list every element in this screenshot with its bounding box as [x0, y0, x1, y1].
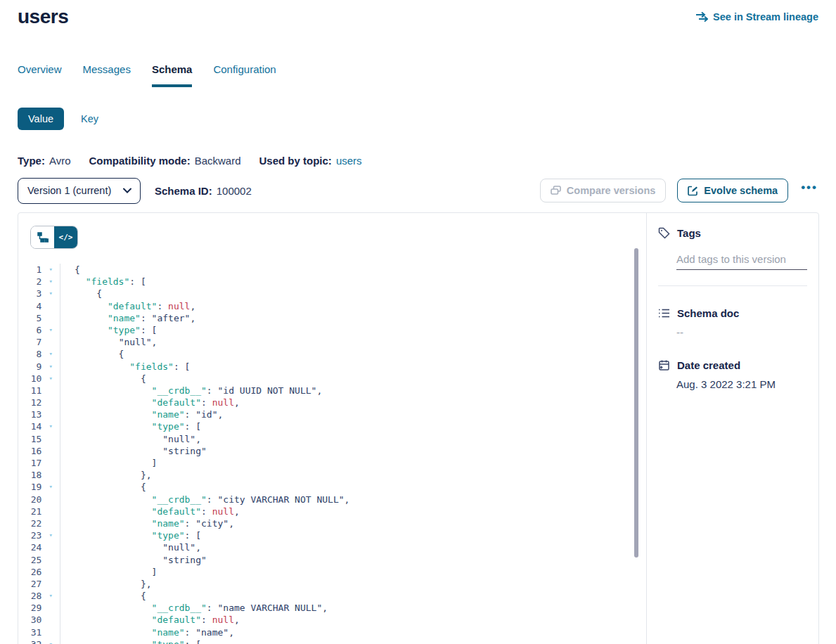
fold-toggle-icon[interactable]: ▾ — [41, 324, 60, 336]
fold-cell-empty — [41, 312, 60, 324]
tab-configuration[interactable]: Configuration — [213, 63, 276, 87]
gutter-row: 5 — [18, 312, 60, 324]
line-number: 30 — [18, 614, 41, 626]
code-line: { — [75, 481, 646, 493]
schema-sidebar: Tags Schema doc -- — [646, 213, 818, 644]
schema-subject-toggle: Value Key — [18, 108, 98, 130]
code-line: { — [75, 264, 646, 276]
date-created-section: Date created Aug. 3 2022 3:21 PM — [658, 359, 807, 390]
compatibility-label: Compatibility mode: — [89, 155, 190, 167]
gutter-row: 28▾ — [18, 590, 60, 602]
fold-toggle-icon[interactable]: ▾ — [41, 590, 60, 602]
compare-versions-button[interactable]: Compare versions — [540, 179, 667, 202]
fold-cell-empty — [41, 614, 60, 626]
line-number: 21 — [18, 505, 41, 517]
schema-meta-row: Type: Avro Compatibility mode: Backward … — [18, 155, 362, 167]
fold-cell-empty — [41, 505, 60, 517]
tags-heading: Tags — [677, 227, 701, 239]
meta-compatibility: Compatibility mode: Backward — [89, 155, 240, 167]
line-number: 32 — [18, 638, 41, 644]
chevron-down-icon — [123, 188, 131, 193]
code-line: { — [75, 348, 646, 360]
stream-lineage-icon — [695, 11, 708, 22]
date-created-heading: Date created — [677, 359, 740, 371]
key-subtab-link[interactable]: Key — [81, 113, 98, 124]
evolve-schema-button[interactable]: Evolve schema — [677, 179, 788, 202]
gutter-row: 30 — [18, 614, 60, 626]
gutter-row: 23▾ — [18, 529, 60, 541]
fold-toggle-icon[interactable]: ▾ — [41, 373, 60, 385]
code-line: ] — [75, 566, 646, 578]
add-tags-input[interactable] — [676, 250, 807, 270]
value-subtab-button[interactable]: Value — [18, 108, 64, 130]
fold-cell-empty — [41, 494, 60, 505]
evolve-schema-icon — [688, 186, 698, 196]
fold-toggle-icon[interactable]: ▾ — [41, 361, 60, 373]
line-number: 31 — [18, 626, 41, 638]
tab-overview[interactable]: Overview — [18, 63, 62, 87]
line-number: 7 — [18, 336, 41, 348]
fold-toggle-icon[interactable]: ▾ — [41, 276, 60, 288]
tab-messages[interactable]: Messages — [83, 63, 131, 87]
fold-cell-empty — [41, 385, 60, 397]
editor-scrollbar[interactable] — [634, 248, 638, 558]
line-number: 12 — [18, 397, 41, 408]
stream-lineage-link[interactable]: See in Stream lineage — [695, 11, 818, 22]
code-line: "__crdb__": "id UUID NOT NULL", — [75, 385, 646, 397]
gutter-row: 8▾ — [18, 348, 60, 360]
fold-toggle-icon[interactable]: ▾ — [41, 288, 60, 300]
schema-panel: </> 1▾2▾3▾456▾78▾9▾10▾11121314▾151617181… — [18, 212, 819, 644]
code-line: "null", — [75, 541, 646, 553]
fold-cell-empty — [41, 517, 60, 529]
tree-view-icon — [37, 232, 49, 243]
gutter-row: 11 — [18, 385, 60, 397]
schema-view-toggle: </> — [30, 226, 78, 249]
code-line: }, — [75, 469, 646, 481]
version-dropdown[interactable]: Version 1 (current) — [18, 178, 141, 204]
fold-cell-empty — [41, 336, 60, 348]
fold-toggle-icon[interactable]: ▾ — [41, 420, 60, 432]
line-number: 28 — [18, 590, 41, 602]
line-number: 25 — [18, 554, 41, 566]
tree-view-button[interactable] — [31, 226, 54, 248]
gutter-row: 2▾ — [18, 276, 60, 288]
gutter-row: 21 — [18, 505, 60, 517]
line-number: 19 — [18, 481, 41, 493]
fold-toggle-icon[interactable]: ▾ — [41, 264, 60, 276]
schema-doc-value: -- — [676, 326, 807, 338]
used-by-topic-label: Used by topic: — [259, 155, 332, 167]
editor-gutter: 1▾2▾3▾456▾78▾9▾10▾11121314▾1516171819▾20… — [18, 264, 60, 644]
line-number: 23 — [18, 529, 41, 541]
schema-code-editor[interactable]: 1▾2▾3▾456▾78▾9▾10▾11121314▾1516171819▾20… — [18, 264, 646, 644]
fold-toggle-icon[interactable]: ▾ — [41, 481, 60, 493]
fold-cell-empty — [41, 578, 60, 590]
line-number: 10 — [18, 373, 41, 385]
schema-doc-icon — [658, 308, 670, 318]
line-number: 9 — [18, 361, 41, 373]
fold-toggle-icon[interactable]: ▾ — [41, 638, 60, 644]
tags-heading-row: Tags — [658, 227, 807, 239]
fold-toggle-icon[interactable]: ▾ — [41, 529, 60, 541]
code-line: "default": null, — [75, 397, 646, 408]
date-created-value: Aug. 3 2022 3:21 PM — [676, 378, 807, 390]
fold-toggle-icon[interactable]: ▾ — [41, 348, 60, 360]
topic-tabs: Overview Messages Schema Configuration — [18, 63, 276, 87]
fold-cell-empty — [41, 408, 60, 420]
gutter-row: 9▾ — [18, 361, 60, 373]
gutter-row: 7 — [18, 336, 60, 348]
code-line: { — [75, 373, 646, 385]
editor-code-lines: { "fields": [ { "default": null, "name":… — [60, 264, 646, 644]
used-by-topic-link[interactable]: users — [336, 155, 362, 167]
schema-id-label: Schema ID: — [155, 185, 212, 197]
code-line: ] — [75, 457, 646, 469]
fold-cell-empty — [41, 397, 60, 408]
schema-id-value: 100002 — [217, 185, 252, 197]
code-line: { — [75, 590, 646, 602]
code-view-button[interactable]: </> — [54, 226, 77, 248]
tab-schema[interactable]: Schema — [152, 63, 193, 87]
gutter-row: 29 — [18, 602, 60, 614]
code-line: "default": null, — [75, 614, 646, 626]
more-options-button[interactable]: ••• — [799, 181, 819, 200]
line-number: 18 — [18, 469, 41, 481]
compare-versions-icon — [551, 186, 561, 196]
